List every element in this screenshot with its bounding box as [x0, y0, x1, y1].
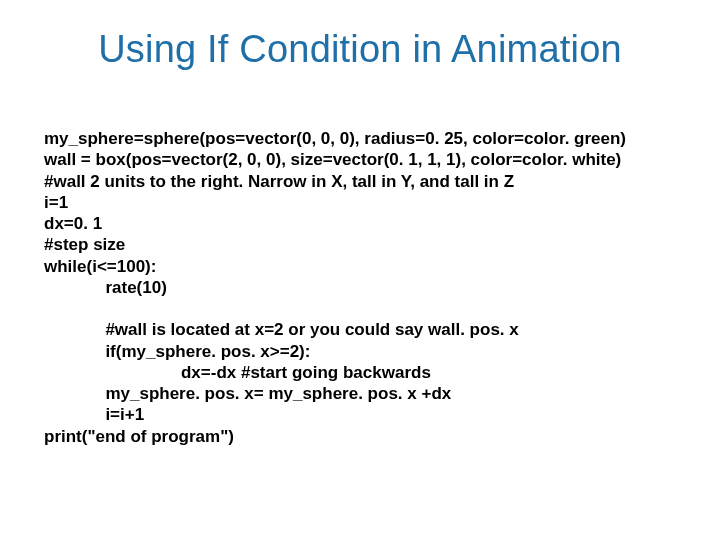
slide: Using If Condition in Animation my_spher… — [0, 0, 720, 540]
code-line: if(my_sphere. pos. x>=2): — [44, 342, 310, 361]
code-line: print("end of program") — [44, 427, 234, 446]
code-line: i=1 — [44, 193, 68, 212]
slide-title: Using If Condition in Animation — [0, 28, 720, 71]
code-line: rate(10) — [44, 278, 167, 297]
code-line: dx=0. 1 — [44, 214, 102, 233]
code-line: my_sphere=sphere(pos=vector(0, 0, 0), ra… — [44, 129, 626, 148]
code-line: i=i+1 — [44, 405, 144, 424]
code-line: my_sphere. pos. x= my_sphere. pos. x +dx — [44, 384, 451, 403]
code-line: #wall 2 units to the right. Narrow in X,… — [44, 172, 514, 191]
code-line: dx=-dx #start going backwards — [44, 363, 431, 382]
code-block: my_sphere=sphere(pos=vector(0, 0, 0), ra… — [44, 128, 626, 447]
code-line: #wall is located at x=2 or you could say… — [44, 320, 519, 339]
code-line: wall = box(pos=vector(2, 0, 0), size=vec… — [44, 150, 621, 169]
code-line: while(i<=100): — [44, 257, 156, 276]
code-line: #step size — [44, 235, 125, 254]
